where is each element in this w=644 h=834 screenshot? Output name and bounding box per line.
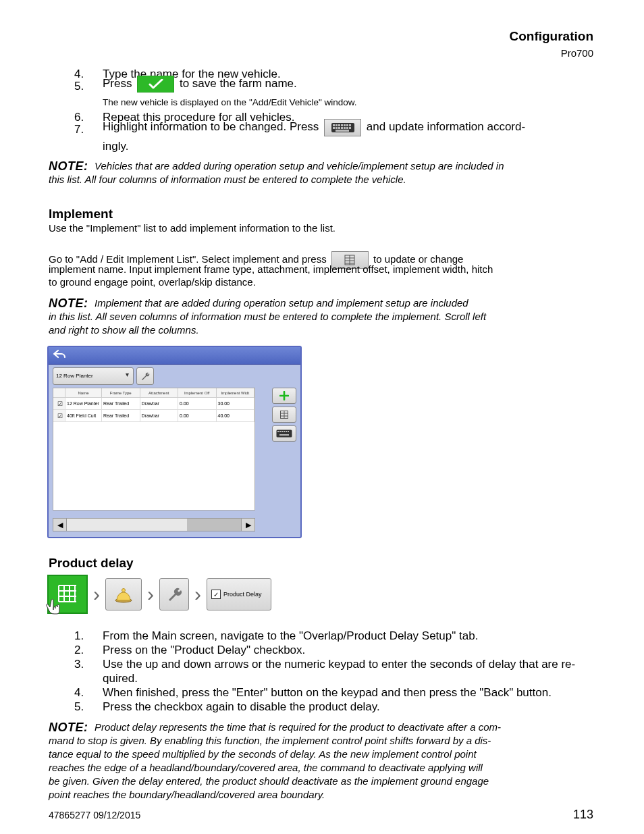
table-row[interactable]: 40ft Field Cult Rear Trailed Drawbar 0.0…: [53, 410, 254, 422]
svg-rect-10: [338, 127, 340, 129]
step7a-prefix: Highlight information to be changed. Pre…: [103, 120, 322, 133]
section-sub: Pro700: [509, 46, 593, 61]
svg-rect-6: [346, 124, 348, 126]
svg-rect-27: [279, 431, 281, 432]
svg-rect-5: [344, 124, 346, 126]
svg-rect-11: [341, 127, 343, 129]
pd-note-e: be given. Given the delay entered, the p…: [49, 774, 489, 789]
note1-line-b: this list. All four columns of informati…: [49, 172, 406, 187]
svg-rect-14: [349, 127, 351, 129]
settings-wrench-button[interactable]: [136, 367, 154, 385]
checkbox-icon: ✓: [211, 590, 221, 599]
undo-button[interactable]: [53, 348, 72, 362]
svg-rect-15: [336, 130, 349, 132]
pd-note-f: point reaches the boundary/headland/cove…: [49, 787, 325, 802]
step5b: The new vehicle is displayed on the "Add…: [103, 96, 357, 109]
pd-step3-num: 3.: [74, 656, 84, 673]
add-row-button[interactable]: [272, 388, 296, 404]
table-row[interactable]: 12 Row Planter Rear Trailed Drawbar 0.00…: [53, 398, 254, 410]
product-delay-option[interactable]: ✓ Product Delay: [207, 578, 271, 610]
pd-note-d: reaches the edge of a headland/boundary/…: [49, 760, 483, 775]
col-offset: Implement Off: [178, 388, 217, 398]
col-frame-type: Frame Type: [102, 388, 140, 398]
svg-rect-12: [344, 127, 346, 129]
setup-wrench-button[interactable]: [159, 578, 189, 610]
keyboard-icon: [324, 119, 361, 136]
pd-step5-num: 5.: [74, 699, 84, 716]
col-attachment: Attachment: [140, 388, 179, 398]
svg-rect-31: [288, 431, 289, 432]
step7-num: 7.: [74, 122, 84, 138]
dropdown-value: 12 Row Planter: [56, 373, 93, 379]
product-delay-title: Product delay: [49, 554, 134, 573]
navigation-path: › › › ✓ Product Delay: [47, 574, 271, 615]
impl-note-c: and right to show all the columns.: [49, 323, 199, 338]
svg-rect-32: [279, 434, 289, 436]
window-titlebar: [49, 347, 300, 365]
step5a-prefix: Press: [103, 77, 135, 90]
svg-rect-7: [349, 124, 351, 126]
impl-note-b: in this list. All seven columns of infor…: [49, 309, 486, 324]
svg-rect-29: [284, 431, 285, 432]
note1-line-a: Vehicles that are added during operation…: [95, 159, 504, 174]
step5a-suffix: to save the farm name.: [180, 77, 297, 90]
svg-rect-13: [346, 127, 348, 129]
impl-p2c: to ground engage point, overlap/skip dis…: [49, 275, 256, 290]
chevron-right-icon: ›: [194, 583, 201, 606]
table-edit-button[interactable]: [272, 407, 296, 423]
svg-rect-30: [286, 431, 287, 432]
svg-rect-4: [341, 124, 343, 126]
step7b: ingly.: [103, 138, 128, 155]
horizontal-scrollbar[interactable]: ◀ ▶: [53, 518, 255, 531]
main-menu-button[interactable]: [47, 575, 88, 614]
svg-rect-1: [333, 124, 335, 126]
implement-window: 12 Row Planter Current Implement Frame T…: [47, 346, 302, 538]
svg-rect-28: [281, 431, 283, 432]
col-name: Name: [65, 388, 102, 398]
scroll-right-icon[interactable]: ▶: [241, 519, 254, 531]
chevron-right-icon: ›: [93, 583, 100, 606]
toolbox-tab-button[interactable]: [105, 578, 142, 610]
svg-rect-8: [333, 127, 335, 129]
pd-note-b: mand to stop is given. By enabling this …: [49, 733, 491, 748]
impl-note-a: Implement that are added during operatio…: [95, 296, 468, 311]
pd-step3a: Use the up and down arrows or the numeri…: [103, 656, 575, 673]
svg-rect-3: [338, 124, 340, 126]
implement-grid[interactable]: Name Frame Type Attachment Implement Off…: [53, 388, 255, 511]
scroll-left-icon[interactable]: ◀: [53, 519, 67, 531]
footer-left: 47865277 09/12/2015: [49, 808, 140, 822]
pd-step5: Press the checkbox again to disable the …: [103, 699, 380, 716]
col-width: Implement Widt: [217, 388, 255, 398]
step7a-suffix: and update information accord-: [367, 120, 525, 133]
row-checkbox[interactable]: [57, 400, 63, 407]
ok-button-icon: [137, 76, 174, 93]
hand-pointer-icon: [42, 595, 65, 618]
chevron-right-icon: ›: [147, 583, 154, 606]
svg-point-42: [122, 589, 126, 592]
section-header: Configuration: [509, 27, 593, 46]
svg-rect-2: [336, 124, 338, 126]
keyboard-button[interactable]: [272, 425, 296, 442]
product-delay-label: Product Delay: [223, 591, 262, 598]
svg-rect-26: [277, 431, 279, 432]
svg-rect-9: [336, 127, 338, 129]
pd-note-a: Product delay represents the time that i…: [95, 720, 501, 735]
row-checkbox[interactable]: [57, 413, 63, 419]
pd-note-c: tance equal to the speed multiplied by t…: [49, 747, 477, 762]
page-number: 113: [573, 806, 593, 823]
current-implement-dropdown[interactable]: 12 Row Planter: [53, 367, 134, 385]
step5-num: 5.: [74, 78, 84, 95]
